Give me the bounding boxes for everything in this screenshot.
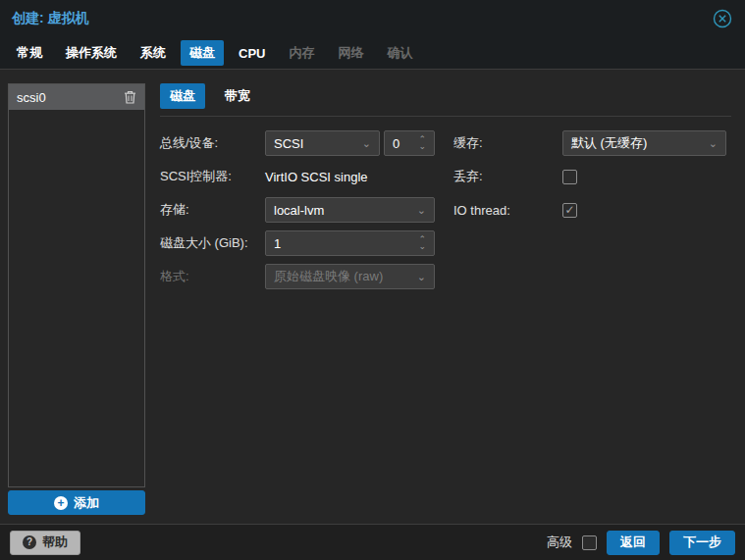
iothread-label: IO thread: [453,203,562,218]
format-select-value: 原始磁盘映像 (raw) [274,268,383,285]
disk-list: scsi0 [8,83,145,487]
trash-icon [124,90,136,104]
advanced-checkbox[interactable] [582,535,597,550]
dialog-titlebar: 创建: 虚拟机 [0,0,745,37]
cache-label: 缓存: [453,134,562,152]
panel-tab-bandwidth[interactable]: 带宽 [215,83,260,109]
tab-os[interactable]: 操作系统 [57,40,126,66]
help-button[interactable]: ? 帮助 [10,531,80,555]
disk-size-row: 磁盘大小 (GiB): 1 ⌃⌄ [160,230,435,256]
dialog-footer: ? 帮助 高级 返回 下一步 [0,524,745,560]
format-label: 格式: [160,268,265,285]
panel-tab-disk[interactable]: 磁盘 [160,83,205,109]
disk-settings-panel: 磁盘 带宽 总线/设备: SCSI ⌄ 0 ⌃⌄ [160,83,731,297]
chevron-down-icon: ⌄ [709,138,718,149]
question-circle-icon: ? [23,535,36,549]
device-number-stepper[interactable]: 0 ⌃⌄ [384,130,435,156]
cache-select-value: 默认 (无缓存) [571,134,647,152]
discard-checkbox[interactable] [562,170,577,184]
dialog-title: 创建: 虚拟机 [12,10,89,27]
disk-item-label: scsi0 [17,90,46,105]
tab-general[interactable]: 常规 [8,40,51,66]
bus-device-row: 总线/设备: SCSI ⌄ 0 ⌃⌄ [160,130,435,156]
help-label: 帮助 [42,534,68,551]
chevron-down-icon: ⌄ [417,272,426,282]
device-number-value: 0 [393,136,399,151]
chevron-down-icon: ⌄ [362,138,371,149]
wizard-tabbar: 常规 操作系统 系统 磁盘 CPU 内存 网络 确认 [0,37,745,70]
bus-device-label: 总线/设备: [160,134,265,152]
iothread-row: IO thread: ✓ [453,197,726,223]
close-button[interactable] [712,8,733,29]
spinner-icons[interactable]: ⌃⌄ [418,236,426,250]
scsi-controller-row: SCSI控制器: VirtIO SCSI single [160,164,435,189]
spinner-down-icon: ⌄ [418,243,426,250]
bus-select-value: SCSI [274,136,303,151]
discard-row: 丢弃: [453,164,726,189]
advanced-label: 高级 [547,534,572,551]
next-button[interactable]: 下一步 [669,531,735,555]
cache-row: 缓存: 默认 (无缓存) ⌄ [453,130,726,156]
storage-select-value: local-lvm [274,203,324,218]
delete-disk-button[interactable] [124,90,136,104]
panel-divider [160,116,731,117]
back-button[interactable]: 返回 [607,531,660,555]
panel-tabbar: 磁盘 带宽 [160,83,731,109]
tab-disks[interactable]: 磁盘 [181,40,224,66]
tab-system[interactable]: 系统 [132,40,175,66]
tab-cpu[interactable]: CPU [230,42,274,65]
close-icon [712,8,733,29]
footer-actions: 高级 返回 下一步 [547,531,735,555]
tab-network: 网络 [329,40,372,66]
disk-size-value: 1 [274,236,281,251]
add-disk-button[interactable]: + 添加 [8,490,145,515]
create-vm-dialog: 创建: 虚拟机 常规 操作系统 系统 磁盘 CPU 内存 网络 确认 scsi0 [0,0,745,560]
scsi-controller-label: SCSI控制器: [160,168,265,185]
form-column-left: 总线/设备: SCSI ⌄ 0 ⌃⌄ SCSI控制器: VirtIO SCSI … [160,130,435,297]
form-column-right: 缓存: 默认 (无缓存) ⌄ 丢弃: IO thread: ✓ [453,130,726,297]
disk-list-item-scsi0[interactable]: scsi0 [9,84,144,110]
spinner-down-icon: ⌄ [418,143,426,150]
disk-size-label: 磁盘大小 (GiB): [160,234,265,252]
storage-row: 存储: local-lvm ⌄ [160,197,435,223]
format-row: 格式: 原始磁盘映像 (raw) ⌄ [160,264,435,289]
spinner-icons[interactable]: ⌃⌄ [418,136,426,150]
plus-circle-icon: + [54,496,68,510]
tab-memory: 内存 [280,40,323,66]
cache-select[interactable]: 默认 (无缓存) ⌄ [562,130,726,156]
discard-label: 丢弃: [453,168,562,185]
disk-form: 总线/设备: SCSI ⌄ 0 ⌃⌄ SCSI控制器: VirtIO SCSI … [160,130,731,297]
add-disk-label: 添加 [74,494,99,512]
scsi-controller-value: VirtIO SCSI single [265,170,368,184]
chevron-down-icon: ⌄ [417,205,426,216]
storage-label: 存储: [160,201,265,219]
bus-select[interactable]: SCSI ⌄ [265,130,380,156]
format-select: 原始磁盘映像 (raw) ⌄ [265,264,435,289]
tab-confirm: 确认 [378,40,421,66]
storage-select[interactable]: local-lvm ⌄ [265,197,435,223]
disk-size-stepper[interactable]: 1 ⌃⌄ [265,230,435,256]
iothread-checkbox[interactable]: ✓ [562,203,577,218]
